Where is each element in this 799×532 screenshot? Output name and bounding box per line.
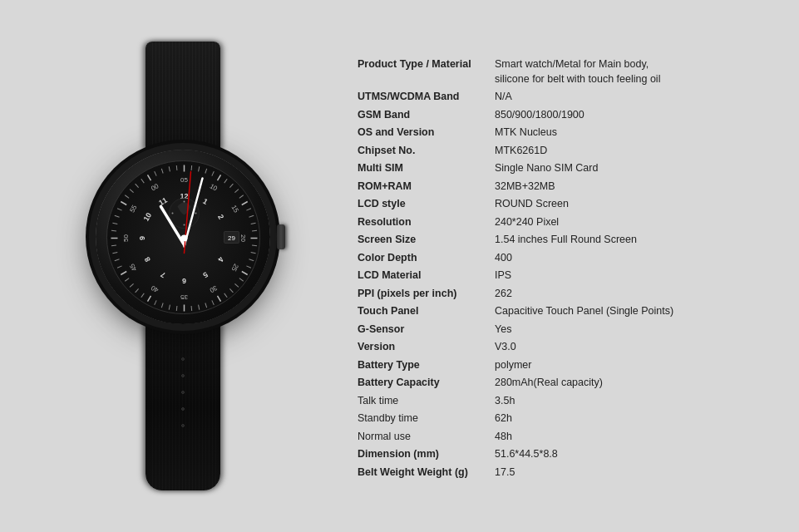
spec-row-ppi: PPI (pixels per inch) 262 (358, 287, 774, 302)
svg-line-36 (141, 293, 144, 297)
spec-value-battery-capacity: 280mAh(Real capacity) (495, 376, 603, 391)
spec-label-belt-weight: Belt Weight Weight (g) (358, 466, 495, 480)
svg-line-53 (135, 184, 138, 187)
svg-point-89 (171, 212, 173, 214)
svg-line-43 (112, 252, 117, 253)
svg-line-52 (130, 189, 133, 192)
spec-row-gsm: GSM Band 850/900/1800/1900 (358, 108, 774, 123)
spec-label-talk-time: Talk time (358, 394, 495, 409)
spec-value-dimension: 51.6*44.5*8.8 (495, 447, 558, 462)
svg-line-24 (224, 293, 227, 297)
svg-text:05: 05 (180, 175, 188, 183)
spec-label-touch-panel: Touch Panel (358, 304, 495, 319)
svg-line-21 (239, 278, 243, 281)
svg-line-22 (234, 283, 238, 287)
watch-band-top (145, 42, 220, 150)
svg-line-46 (111, 230, 116, 231)
svg-text:6: 6 (181, 276, 185, 284)
svg-line-2 (198, 166, 199, 171)
band-hole-4 (181, 407, 185, 411)
spec-value-battery-type: polymer (495, 358, 531, 373)
spec-value-resolution: 240*240 Pixel (495, 215, 559, 230)
svg-line-29 (191, 306, 192, 311)
svg-text:1: 1 (201, 196, 209, 205)
svg-line-55 (147, 175, 150, 180)
svg-text:35: 35 (180, 293, 187, 300)
spec-row-color-depth: Color Depth 400 (358, 251, 774, 266)
svg-line-48 (114, 215, 119, 217)
spec-row-dimension: Dimension (mm) 51.6*44.5*8.8 (358, 447, 774, 462)
svg-point-94 (180, 234, 187, 241)
svg-line-6 (224, 179, 227, 183)
watch-section: 05 10 15 20 25 30 35 40 45 50 55 00 (25, 42, 341, 490)
svg-line-47 (112, 223, 117, 224)
spec-value-sim: Single Nano SIM Card (495, 161, 598, 176)
svg-line-19 (246, 265, 250, 267)
spec-value-ppi: 262 (495, 287, 512, 302)
svg-line-56 (154, 171, 155, 175)
spec-label-utms: UTMS/WCDMA Band (358, 90, 495, 105)
spec-value-normal-use: 48h (495, 430, 512, 445)
spec-label-color-depth: Color Depth (358, 251, 495, 266)
spec-label-gsensor: G-Sensor (358, 323, 495, 337)
spec-value-utms: N/A (495, 90, 512, 105)
svg-line-18 (249, 259, 254, 260)
svg-text:50: 50 (121, 234, 129, 241)
spec-row-lcd-style: LCD style ROUND Screen (358, 197, 774, 212)
spec-value-belt-weight: 17.5 (495, 466, 515, 480)
svg-line-59 (176, 165, 177, 170)
svg-line-58 (169, 166, 170, 171)
svg-line-50 (121, 201, 126, 204)
svg-line-23 (229, 288, 233, 292)
svg-text:29: 29 (228, 234, 235, 241)
watch-face: 05 10 15 20 25 30 35 40 45 50 55 00 (106, 160, 260, 314)
spec-label-normal-use: Normal use (358, 430, 495, 445)
spec-label-gsm: GSM Band (358, 108, 495, 123)
spec-row-lcd-material: LCD Material IPS (358, 268, 774, 283)
band-hole-5 (181, 424, 185, 427)
svg-line-20 (241, 271, 247, 274)
spec-row-battery-capacity: Battery Capacity 280mAh(Real capacity) (358, 376, 774, 391)
svg-point-87 (183, 200, 185, 202)
spec-row-touch-panel: Touch Panel Capacitive Touch Panel (Sing… (358, 304, 774, 319)
svg-line-49 (117, 208, 121, 209)
spec-value-version: V3.0 (495, 340, 516, 355)
spec-value-color-depth: 400 (495, 251, 512, 266)
svg-line-3 (205, 168, 206, 173)
watch-bezel-svg: 05 10 15 20 25 30 35 40 45 50 55 00 (107, 161, 260, 314)
svg-line-38 (130, 283, 133, 287)
svg-text:9: 9 (137, 235, 145, 239)
spec-row-gsensor: G-Sensor Yes (358, 323, 774, 337)
svg-text:7: 7 (159, 270, 166, 279)
svg-line-4 (211, 171, 213, 175)
svg-line-44 (111, 245, 116, 246)
svg-text:30: 30 (208, 283, 219, 294)
spec-label-chipset: Chipset No. (358, 144, 495, 159)
main-container: 05 10 15 20 25 30 35 40 45 50 55 00 (0, 0, 799, 532)
svg-line-7 (229, 184, 233, 187)
svg-line-41 (117, 265, 121, 267)
svg-text:10: 10 (141, 211, 153, 223)
specs-table: Product Type / Material Smart watch/Meta… (358, 57, 774, 480)
spec-row-resolution: Resolution 240*240 Pixel (358, 215, 774, 230)
spec-row-version: Version V3.0 (358, 340, 774, 355)
spec-row-screen-size: Screen Size 1.54 inches Full Round Scree… (358, 233, 774, 248)
svg-line-1 (191, 165, 192, 170)
spec-value-romram: 32MB+32MB (495, 180, 555, 195)
watch-wrapper: 05 10 15 20 25 30 35 40 45 50 55 00 (96, 42, 270, 490)
svg-text:00: 00 (150, 182, 160, 193)
spec-label-product-type: Product Type / Material (358, 57, 495, 72)
spec-row-normal-use: Normal use 48h (358, 430, 774, 445)
spec-label-lcd-style: LCD style (358, 197, 495, 212)
svg-line-35 (147, 295, 150, 301)
svg-text:4: 4 (216, 255, 225, 263)
svg-line-9 (239, 195, 243, 198)
watch-body: 05 10 15 20 25 30 35 40 45 50 55 00 (96, 150, 270, 324)
spec-label-battery-capacity: Battery Capacity (358, 376, 495, 391)
svg-line-11 (246, 208, 250, 209)
svg-text:11: 11 (157, 195, 169, 207)
svg-line-5 (217, 175, 220, 180)
spec-label-standby: Standby time (358, 411, 495, 426)
spec-row-talk-time: Talk time 3.5h (358, 394, 774, 409)
svg-line-33 (161, 303, 163, 308)
